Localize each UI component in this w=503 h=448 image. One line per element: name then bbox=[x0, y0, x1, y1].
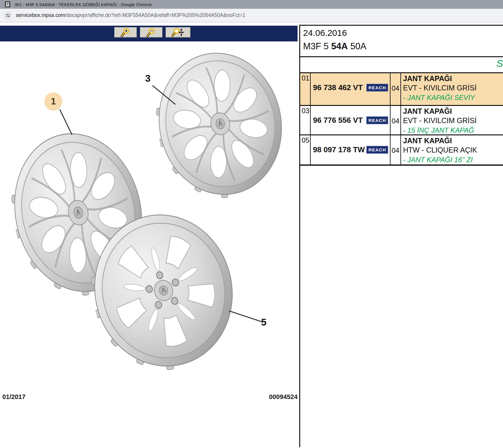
panel-header-divider bbox=[299, 56, 503, 57]
part-title: JANT KAPAĞI bbox=[403, 74, 503, 83]
quantity: 04 bbox=[391, 135, 401, 164]
url-path: /docapvpr/affiche.do?ref=M3F554A50A&refa… bbox=[65, 12, 245, 18]
window-title: 301 - M3F 5 54A50A - TEKERLEK GÖBEĞİ KAP… bbox=[15, 2, 152, 7]
site-settings-icon[interactable] bbox=[3, 11, 12, 20]
part-row-03[interactable]: 03 96 776 556 VT REACH 04 JANT KAPAĞI EV… bbox=[300, 106, 503, 135]
magnifier-plus-icon bbox=[121, 28, 131, 37]
catalog-reference: M3F 5 54A 50A bbox=[303, 40, 501, 53]
part-row-05[interactable]: 05 98 097 178 TW REACH 04 JANT KAPAĞI HT… bbox=[300, 135, 503, 164]
callout-3-label: 3 bbox=[145, 73, 150, 84]
part-title: JANT KAPAĞI bbox=[403, 107, 503, 116]
reference-bold: 54A bbox=[331, 41, 348, 51]
part-number-cell: 96 738 462 VT REACH bbox=[311, 73, 391, 105]
row-number: 03 bbox=[300, 106, 311, 134]
browser-window: 301 - M3F 5 54A50A - TEKERLEK GÖBEĞİ KAP… bbox=[0, 0, 503, 448]
url-text[interactable]: servicebox.mpsa.com/docapvpr/affiche.do?… bbox=[16, 12, 245, 18]
callout-1[interactable]: 1 bbox=[44, 92, 62, 111]
parts-table: 01 96 738 462 VT REACH 04 JANT KAPAĞI EV… bbox=[300, 72, 503, 166]
hubcap-illustration-5 bbox=[76, 197, 251, 384]
magnifier-move-icon bbox=[172, 28, 184, 37]
panel-top-border bbox=[299, 25, 503, 26]
zoom-pan-button[interactable] bbox=[166, 27, 191, 38]
quantity: 04 bbox=[391, 73, 401, 105]
zoom-out-button[interactable] bbox=[140, 27, 163, 38]
callout-1-label: 1 bbox=[51, 96, 56, 107]
part-number[interactable]: 96 776 556 VT bbox=[313, 116, 363, 125]
part-row-01[interactable]: 01 96 738 462 VT REACH 04 JANT KAPAĞI EV… bbox=[300, 73, 503, 106]
description-cell: JANT KAPAĞI EVT - KIVILCIM GRİSİ - 15 İN… bbox=[401, 106, 503, 134]
catalog-date: 24.06.2016 bbox=[303, 26, 501, 40]
description-cell: JANT KAPAĞI EVT - KIVILCIM GRİSİ - JANT … bbox=[401, 73, 503, 105]
part-note: - 15 İNÇ JANT KAPAĞ bbox=[403, 125, 503, 134]
part-description: EVT - KIVILCIM GRİSİ bbox=[403, 116, 503, 125]
part-number-cell: 96 776 556 VT REACH bbox=[311, 106, 391, 134]
part-number[interactable]: 96 738 462 VT bbox=[313, 83, 363, 92]
callout-5[interactable]: 5 bbox=[261, 317, 266, 328]
url-domain: servicebox.mpsa.com bbox=[16, 12, 65, 18]
hubcap-illustration-3 bbox=[143, 39, 297, 209]
part-number[interactable]: 98 097 178 TW bbox=[313, 145, 365, 154]
quantity: 04 bbox=[391, 106, 401, 134]
window-titlebar: 301 - M3F 5 54A50A - TEKERLEK GÖBEĞİ KAP… bbox=[0, 0, 503, 9]
reference-prefix: M3F 5 bbox=[303, 41, 331, 51]
reach-badge[interactable]: REACH bbox=[366, 116, 388, 124]
part-number-cell: 98 097 178 TW REACH bbox=[311, 135, 391, 164]
description-cell: JANT KAPAĞI HTW - CLIQUER AÇIK - JANT KA… bbox=[401, 135, 503, 164]
magnifier-minus-icon bbox=[146, 28, 156, 37]
reach-badge[interactable]: REACH bbox=[366, 84, 388, 92]
diagram-drawing-number: 00094524 bbox=[239, 393, 298, 401]
callout-3[interactable]: 3 bbox=[145, 73, 150, 84]
address-bar[interactable]: servicebox.mpsa.com/docapvpr/affiche.do?… bbox=[0, 9, 503, 22]
row-number: 05 bbox=[300, 135, 311, 164]
reference-suffix: 50A bbox=[348, 41, 366, 51]
part-description: EVT - KIVILCIM GRİSİ bbox=[403, 83, 503, 93]
part-note: - JANT KAPAĞI SEVİY bbox=[403, 93, 503, 102]
row-number: 01 bbox=[300, 73, 311, 105]
diagram-edition-date: 01/2017 bbox=[2, 393, 26, 401]
document-icon bbox=[5, 1, 10, 7]
part-title: JANT KAPAĞI bbox=[403, 136, 503, 145]
truncated-green-text: S bbox=[496, 58, 503, 69]
part-note: - JANT KAPAĞI 16" ZI bbox=[403, 155, 503, 164]
part-description: HTW - CLIQUER AÇIK bbox=[403, 145, 503, 155]
zoom-in-button[interactable] bbox=[114, 27, 137, 38]
panel-header: 24.06.2016 M3F 5 54A 50A bbox=[303, 26, 501, 53]
reach-badge[interactable]: REACH bbox=[366, 146, 388, 154]
callout-5-label: 5 bbox=[261, 317, 266, 328]
